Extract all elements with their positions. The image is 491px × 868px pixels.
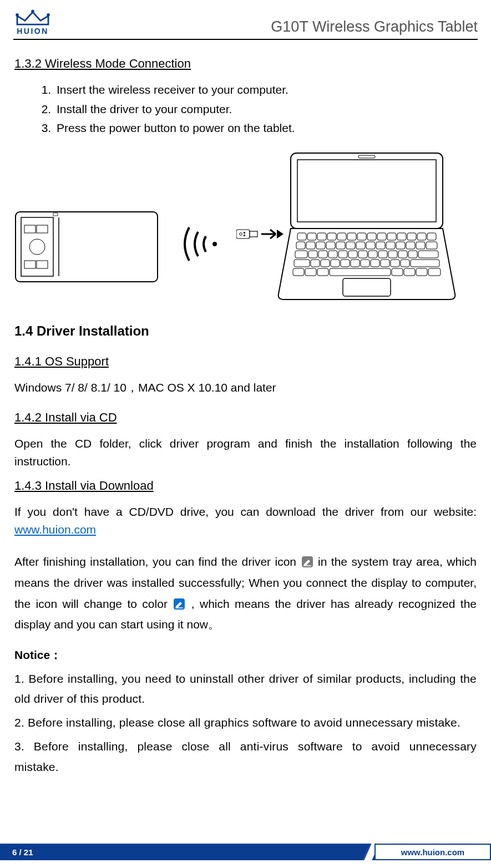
website-link[interactable]: www.huion.com (14, 523, 96, 536)
heading-142: 1.4.2 Install via CD (14, 408, 477, 427)
install-download-text: If you don't have a CD/DVD drive, you ca… (14, 503, 477, 539)
svg-rect-48 (416, 242, 425, 249)
svg-rect-75 (293, 268, 304, 276)
notice-item-3: 3. Before installing, please close all a… (14, 737, 477, 778)
notice-item-2: 2. Before installing, please close all g… (14, 713, 477, 733)
svg-rect-54 (338, 251, 347, 258)
svg-rect-51 (308, 251, 317, 258)
svg-rect-26 (337, 233, 346, 240)
svg-rect-34 (417, 233, 426, 240)
step-item: Install the driver to your computer. (54, 100, 477, 119)
svg-rect-37 (306, 242, 315, 249)
brand-text: HUION (17, 27, 49, 35)
page-content: 1.3.2 Wireless Mode Connection Insert th… (13, 54, 478, 777)
svg-rect-60 (398, 251, 407, 258)
tablet-icon (14, 211, 159, 283)
svg-rect-81 (416, 268, 427, 276)
svg-rect-24 (317, 233, 326, 240)
doc-title: G10T Wireless Graphics Tablet (271, 18, 478, 35)
brand-logo: HUION (13, 9, 52, 35)
post-install-t1: After finishing installation, you can fi… (14, 555, 301, 568)
svg-rect-45 (386, 242, 395, 249)
svg-rect-30 (377, 233, 386, 240)
svg-rect-53 (328, 251, 337, 258)
svg-rect-27 (347, 233, 356, 240)
svg-rect-36 (296, 242, 305, 249)
svg-rect-43 (366, 242, 375, 249)
page-number: 6 / 21 (0, 844, 45, 860)
footer-url: www.huion.com (374, 844, 491, 860)
svg-rect-46 (396, 242, 405, 249)
download-text-before: If you don't have a CD/DVD drive, you ca… (14, 505, 477, 518)
svg-rect-57 (368, 251, 377, 258)
svg-rect-82 (428, 268, 441, 276)
svg-rect-77 (317, 268, 328, 276)
svg-rect-80 (404, 268, 415, 276)
laptop-icon (275, 150, 458, 305)
svg-rect-19 (297, 160, 436, 222)
svg-point-0 (16, 13, 19, 17)
heading-143: 1.4.3 Install via Download (14, 476, 477, 495)
heading-14: 1.4 Driver Installation (14, 321, 477, 341)
svg-rect-64 (311, 260, 320, 267)
svg-rect-29 (367, 233, 376, 240)
tray-icon-blue (174, 598, 185, 610)
notice-heading: Notice： (14, 646, 477, 664)
page-header: HUION G10T Wireless Graphics Tablet (13, 9, 478, 40)
usb-receiver-icon (236, 227, 259, 241)
svg-rect-17 (244, 235, 245, 236)
svg-rect-58 (378, 251, 387, 258)
svg-rect-33 (407, 233, 416, 240)
svg-rect-62 (418, 251, 438, 258)
svg-rect-76 (305, 268, 316, 276)
page-footer: 6 / 21 www.huion.com (0, 844, 491, 860)
tray-icon-grey (302, 556, 313, 567)
svg-rect-83 (343, 278, 391, 296)
wireless-diagram (14, 150, 477, 305)
svg-rect-73 (401, 260, 409, 267)
svg-rect-16 (244, 232, 245, 234)
svg-rect-38 (316, 242, 325, 249)
crown-icon (13, 9, 52, 28)
svg-rect-69 (361, 260, 369, 267)
svg-rect-23 (307, 233, 316, 240)
svg-rect-61 (408, 251, 417, 258)
svg-rect-39 (326, 242, 335, 249)
step-item: Insert the wireless receiver to your com… (54, 81, 477, 99)
svg-rect-66 (331, 260, 340, 267)
svg-point-12 (212, 242, 217, 246)
svg-rect-28 (357, 233, 366, 240)
svg-rect-78 (330, 268, 391, 276)
svg-rect-35 (427, 233, 436, 240)
svg-rect-25 (327, 233, 336, 240)
svg-rect-72 (391, 260, 399, 267)
heading-132: 1.3.2 Wireless Mode Connection (14, 54, 477, 73)
svg-rect-3 (16, 212, 158, 282)
svg-rect-42 (356, 242, 365, 249)
svg-rect-50 (295, 251, 307, 258)
svg-rect-49 (426, 242, 437, 249)
svg-rect-31 (387, 233, 396, 240)
steps-list: Insert the wireless receiver to your com… (14, 81, 477, 138)
svg-rect-52 (318, 251, 327, 258)
post-install-paragraph: After finishing installation, you can fi… (14, 551, 477, 635)
svg-rect-44 (376, 242, 385, 249)
svg-point-1 (31, 10, 34, 13)
svg-rect-70 (371, 260, 379, 267)
svg-rect-40 (336, 242, 345, 249)
svg-rect-14 (250, 231, 257, 237)
svg-rect-47 (406, 242, 415, 249)
svg-rect-71 (381, 260, 389, 267)
svg-rect-79 (392, 268, 403, 276)
svg-rect-22 (297, 233, 306, 240)
wireless-signal-icon (173, 222, 228, 266)
svg-rect-65 (321, 260, 330, 267)
svg-rect-68 (351, 260, 360, 267)
svg-rect-41 (346, 242, 355, 249)
svg-rect-55 (348, 251, 357, 258)
step-item: Press the power button to power on the t… (54, 119, 477, 138)
svg-rect-59 (388, 251, 397, 258)
os-support-text: Windows 7/ 8/ 8.1/ 10，MAC OS X 10.10 and… (14, 379, 477, 397)
svg-rect-56 (358, 251, 367, 258)
svg-rect-32 (397, 233, 406, 240)
